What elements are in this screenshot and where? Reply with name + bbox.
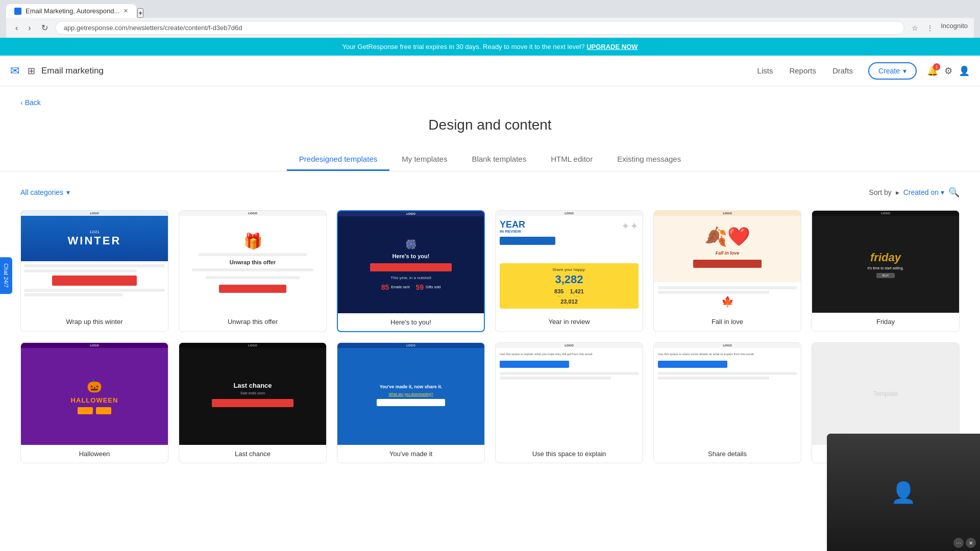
upgrade-banner: Your GetResponse free trial expires in 3… (0, 38, 980, 56)
browser-chrome: Email Marketing, Autorespond... ✕ + ‹ › … (0, 0, 980, 38)
year-title: YEAR (500, 220, 525, 229)
search-button[interactable]: 🔍 (948, 187, 960, 198)
explain-hero: Use this space to explain what you hope … (496, 348, 643, 445)
template-thumb-friday: LOGO friday It's time to start selling. … (812, 211, 959, 313)
categories-dropdown[interactable]: All categories ▾ (20, 188, 70, 196)
nav-reports[interactable]: Reports (782, 63, 823, 78)
app-logo-icon: ✉ (10, 64, 19, 78)
template-hero-hereto: 🎆 Here's to you! This year, in a nutshel… (338, 216, 484, 313)
video-ctrl-1[interactable]: ⋯ (953, 538, 964, 548)
template-name-winter: Wrap up this winter (21, 313, 168, 331)
lastchance-hero: Last chance Sale ends soon (179, 348, 326, 445)
template-card-year[interactable]: LOGO YEAR IN REVIEW ✦✦ (495, 210, 643, 332)
template-logo-friday: LOGO (812, 211, 959, 216)
heart-icon: 🍂❤️ (704, 226, 750, 247)
create-button[interactable]: Create ▾ (868, 62, 917, 80)
reload-button[interactable]: ↻ (38, 21, 51, 35)
template-hero-winter: 12/21 WINTER (21, 216, 168, 261)
unwrap-title: Unwrap this offer (230, 259, 276, 265)
friday-title: friday (870, 251, 901, 264)
categories-label: All categories (20, 188, 63, 196)
template-thumb-hereto: LOGO 🎆 Here's to you! This year, in a nu… (338, 211, 484, 313)
video-ctrl-2[interactable]: ✕ (966, 538, 976, 548)
template-name-youvemade: You've made it (337, 445, 484, 463)
halloween-hero: 🎃 HALLOWEEN (21, 348, 168, 445)
tab-existing-messages[interactable]: Existing messages (605, 148, 693, 171)
friday-hero: friday It's time to start selling. BUY (812, 216, 959, 313)
nav-drafts[interactable]: Drafts (825, 63, 860, 78)
template-name-halloween: Halloween (21, 445, 168, 463)
tab-html-editor[interactable]: HTML editor (538, 148, 605, 171)
template-card-youvemade[interactable]: LOGO You've made it, now share it. What … (337, 342, 485, 463)
upgrade-link[interactable]: UPGRADE NOW (586, 43, 638, 51)
back-nav-button[interactable]: ‹ (12, 21, 21, 35)
template-thumb-winter: LOGO 12/21 WINTER (21, 211, 168, 313)
gift-icon: 🎁 (243, 232, 262, 250)
template-card-winter[interactable]: LOGO 12/21 WINTER (20, 210, 168, 332)
template-card-friday[interactable]: LOGO friday It's time to start selling. … (812, 210, 960, 332)
details-hero: Use this space to share some details on … (654, 348, 801, 445)
tab-favicon (14, 8, 21, 15)
video-feed: 👤 ⋯ ✕ (827, 434, 980, 551)
chevron-down-icon: ▾ (903, 67, 906, 75)
grid-menu-icon[interactable]: ⊞ (28, 65, 35, 77)
incognito-label: Incognito (941, 22, 968, 34)
winter-date: 12/21 (89, 230, 100, 234)
explain-text: Use this space to explain what you hope … (500, 352, 639, 357)
year-big-num: 3,282 (555, 273, 583, 286)
tab-blank-templates[interactable]: Blank templates (459, 148, 538, 171)
template-card-lastchance[interactable]: LOGO Last chance Sale ends soon Last cha… (179, 342, 327, 463)
forward-nav-button[interactable]: › (25, 21, 34, 35)
template-card-hereto[interactable]: LOGO 🎆 Here's to you! This year, in a nu… (337, 210, 485, 332)
winter-title: WINTER (68, 234, 121, 247)
stat1-num: 85 (381, 283, 389, 291)
template-card-details[interactable]: LOGO Use this space to share some detail… (653, 342, 801, 463)
sort-value-dropdown[interactable]: Created on ▾ (903, 188, 944, 196)
template-logo-fallinlove: LOGO (654, 211, 801, 216)
tab-close-button[interactable]: ✕ (124, 8, 128, 14)
nav-lists[interactable]: Lists (750, 63, 780, 78)
new-tab-button[interactable]: + (137, 8, 143, 18)
template-card-unwrap[interactable]: LOGO 🎁 Unwrap this offer Unwrap this off… (179, 210, 327, 332)
tab-my-templates[interactable]: My templates (389, 148, 459, 171)
template-card-halloween[interactable]: LOGO 🎃 HALLOWEEN Halloween (20, 342, 168, 463)
chevron-left-icon: ‹ (20, 98, 23, 107)
template-name-friday: Friday (812, 313, 959, 331)
browser-actions: ☆ ⋮ Incognito (909, 22, 968, 34)
template-thumb-year: LOGO YEAR IN REVIEW ✦✦ (496, 211, 643, 313)
chat-widget[interactable]: Chat 24/7 (0, 257, 12, 294)
address-bar[interactable]: app.getresponse.com/newsletters/create/c… (55, 21, 905, 35)
friday-sub: It's time to start selling. (868, 266, 904, 270)
halloween-title: HALLOWEEN (71, 396, 118, 404)
template-card-explain[interactable]: LOGO Use this space to explain what you … (495, 342, 643, 463)
sort-chevron-icon: ▾ (941, 188, 944, 196)
settings-button[interactable]: ⚙ (944, 65, 952, 77)
video-overlay: 👤 ⋯ ✕ (827, 434, 980, 551)
hereto-title: Here's to you! (393, 253, 430, 259)
menu-button[interactable]: ⋮ (923, 22, 937, 34)
templates-grid: LOGO 12/21 WINTER (0, 210, 980, 463)
main-nav: Lists Reports Drafts Create ▾ (750, 62, 917, 80)
youvemade-link: What are you downloading? (389, 392, 433, 396)
tab-predesigned[interactable]: Predesigned templates (287, 148, 389, 171)
template-card-fallinlove[interactable]: LOGO 🍂❤️ Fall in love 🍁 Fall in (653, 210, 801, 332)
active-tab[interactable]: Email Marketing, Autorespond... ✕ (6, 4, 136, 18)
notifications-button[interactable]: 🔔 1 (927, 65, 938, 77)
template-logo-lastchance: LOGO (179, 343, 326, 348)
fireworks-icon: 🎆 (405, 239, 416, 250)
bookmark-button[interactable]: ☆ (909, 22, 921, 34)
template-thumb-fallinlove: LOGO 🍂❤️ Fall in love 🍁 (654, 211, 801, 313)
app-name: Email marketing (41, 66, 750, 76)
fallinlove-body: 🍁 (654, 282, 801, 313)
account-button[interactable]: 👤 (959, 65, 970, 77)
header-icons: 🔔 1 ⚙ 👤 (927, 65, 970, 77)
fallinlove-hero: 🍂❤️ Fall in love (654, 216, 801, 282)
template-name-fallinlove: Fall in love (654, 313, 801, 331)
friday-btn: BUY (876, 273, 895, 278)
stat2-num: 59 (416, 283, 424, 291)
app-header: ✉ ⊞ Email marketing Lists Reports Drafts… (0, 56, 980, 86)
sort-by-label: Sort by (869, 188, 891, 196)
back-button[interactable]: ‹ Back (20, 98, 960, 107)
template-name-explain: Use this space to explain (496, 445, 643, 463)
page-title: Design and content (0, 117, 980, 133)
